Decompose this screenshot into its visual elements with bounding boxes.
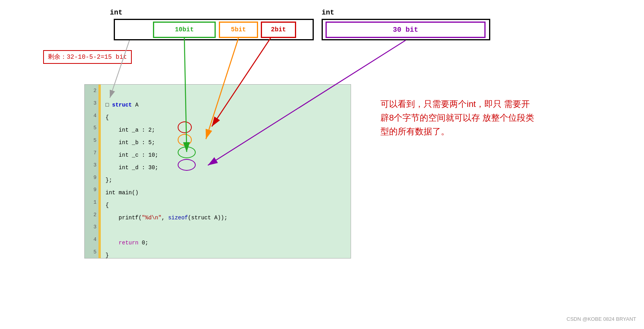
code-line-10: { [106, 199, 347, 212]
code-line-11: printf("%d\n", sizeof(struct A)); [106, 212, 347, 224]
int-label-left: int [110, 9, 122, 16]
line-numbers: 2 3 4 5 5 7 3 9 9 1 2 3 4 5 [85, 85, 98, 258]
code-line-3: { [106, 111, 347, 124]
code-line-5: int _b : 5; [106, 136, 347, 149]
code-content: □ struct A { int _a : 2; int _b : 5; int… [102, 85, 351, 258]
box-5bit: 5bit [219, 22, 258, 38]
code-line-7: int _d : 30; [106, 161, 347, 174]
yellow-bar [98, 85, 101, 258]
code-line-1 [106, 86, 347, 99]
code-line-6: int _c : 10; [106, 149, 347, 161]
code-line-9: int main() [106, 186, 347, 199]
code-line-2: □ struct A [106, 99, 347, 111]
diagram-area: int int 10bit 5bit 2bit 30 bit 剩余：32-10-… [0, 0, 644, 329]
circle-30-highlight [178, 159, 196, 171]
code-line-12 [106, 224, 347, 237]
box-2bit: 2bit [261, 22, 296, 38]
circle-10-highlight [178, 146, 196, 158]
int-label-right: int [322, 9, 334, 16]
code-line-4: int _a : 2; [106, 124, 347, 136]
circle-5-highlight [178, 134, 192, 146]
box-10bit: 10bit [153, 22, 216, 38]
watermark: CSDN @KOBE 0824 BRYANT [567, 316, 636, 322]
box-30bit: 30 bit [326, 22, 486, 38]
description-text: 可以看到，只需要两个int，即只 需要开辟8个字节的空间就可以存 放整个位段类型… [380, 97, 537, 139]
code-line-13: return 0; [106, 237, 347, 249]
circle-2-highlight [178, 121, 192, 133]
code-line-14: } [106, 249, 347, 258]
code-line-8: }; [106, 174, 347, 186]
code-editor: 2 3 4 5 5 7 3 9 9 1 2 3 4 5 □ struct A {… [84, 84, 351, 258]
remainder-label: 剩余：32-10-5-2=15 bit [43, 50, 132, 64]
